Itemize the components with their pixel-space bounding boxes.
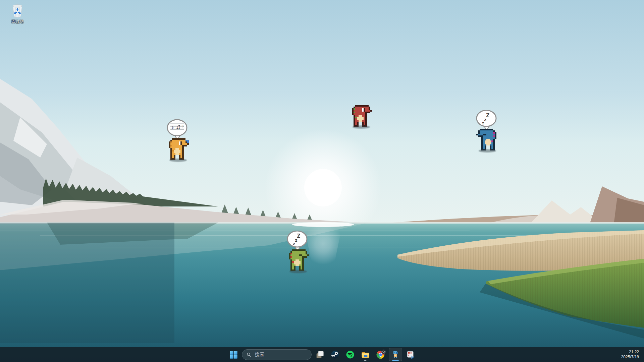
svg-text:z: z bbox=[295, 238, 298, 243]
pet-dino-blue-sleeping[interactable]: Z z z bbox=[476, 110, 498, 154]
file-explorer-icon bbox=[361, 350, 370, 359]
recycle-bin-label: 回收站 bbox=[11, 19, 23, 24]
pet-shadow bbox=[353, 125, 370, 129]
svg-text:♫: ♫ bbox=[176, 123, 181, 130]
svg-text:z: z bbox=[482, 121, 484, 125]
taskbar-app-chrome[interactable] bbox=[374, 348, 387, 361]
pet-shadow bbox=[289, 270, 307, 273]
wallpaper bbox=[0, 0, 644, 362]
recycle-bin[interactable]: 回收站 bbox=[5, 3, 30, 24]
search-icon bbox=[246, 352, 252, 358]
clock-time: 21:22 bbox=[629, 350, 639, 355]
dino-red-sprite[interactable] bbox=[350, 105, 372, 128]
taskbar-app-desktop-pets[interactable] bbox=[389, 348, 402, 361]
active-app-indicator bbox=[392, 360, 399, 361]
svg-text:♪: ♪ bbox=[182, 124, 184, 128]
svg-text:♪: ♪ bbox=[171, 124, 174, 131]
taskbar-app-spotify[interactable] bbox=[343, 348, 357, 361]
spotify-icon bbox=[346, 350, 355, 359]
taskbar-app-file-explorer[interactable] bbox=[359, 348, 372, 361]
pet-dino-green-sleeping[interactable]: Z z z bbox=[287, 231, 309, 275]
pet-shadow bbox=[169, 159, 187, 162]
pet-shadow bbox=[479, 149, 496, 153]
desktop: 回收站 ♪ ♫ ♪ Z z z Z z z bbox=[0, 0, 644, 362]
screenshot-tool-icon bbox=[406, 350, 415, 359]
search-placeholder: 搜索 bbox=[255, 352, 264, 358]
dino-yellow-headphones-sprite[interactable] bbox=[167, 138, 189, 161]
start-button[interactable] bbox=[227, 348, 240, 361]
pet-dino-yellow-headphones[interactable]: ♪ ♫ ♪ bbox=[167, 119, 189, 164]
clock[interactable]: 21:22 2025/7/18 bbox=[621, 347, 644, 362]
windows-logo-icon bbox=[229, 351, 238, 359]
svg-text:z: z bbox=[293, 242, 295, 246]
taskbar: 搜索 bbox=[0, 347, 644, 362]
search-input[interactable]: 搜索 bbox=[242, 349, 312, 360]
dino-green-sleeping-sprite[interactable] bbox=[287, 249, 309, 273]
recycle-bin-icon bbox=[10, 3, 25, 18]
taskbar-center: 搜索 bbox=[227, 347, 417, 362]
clock-date: 2025/7/18 bbox=[621, 355, 639, 360]
running-app-indicator bbox=[364, 360, 367, 361]
dino-blue-sleeping-sprite[interactable] bbox=[476, 129, 498, 152]
desktop-pets-icon bbox=[391, 350, 400, 359]
taskbar-app-task-view[interactable] bbox=[313, 348, 327, 361]
taskbar-app-screenshot-tool[interactable] bbox=[404, 348, 417, 361]
steam-icon bbox=[331, 350, 339, 359]
task-view-icon bbox=[316, 350, 324, 359]
taskbar-app-steam[interactable] bbox=[328, 348, 342, 361]
pet-dino-red[interactable] bbox=[350, 105, 372, 130]
svg-text:z: z bbox=[484, 117, 487, 122]
taskbar-apps bbox=[313, 348, 417, 361]
